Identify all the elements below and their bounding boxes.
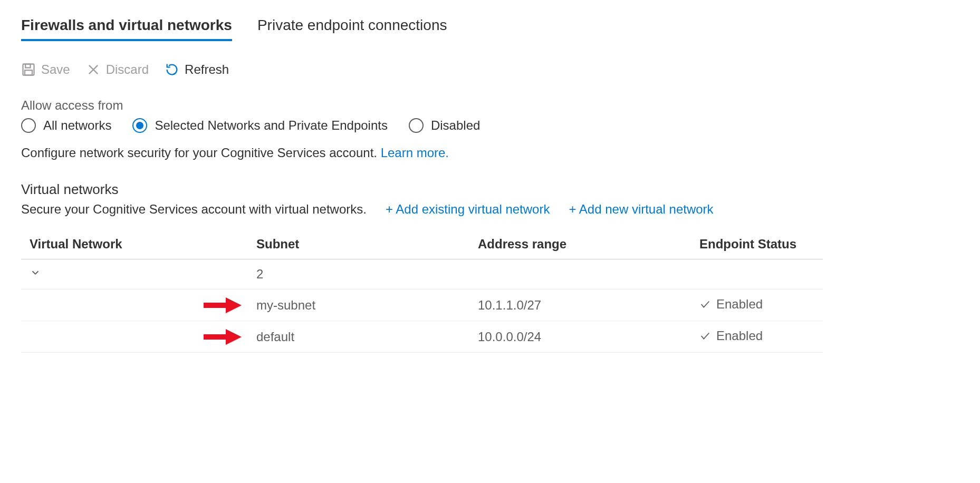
col-virtual-network: Virtual Network [21, 229, 248, 259]
radio-selected-networks[interactable]: Selected Networks and Private Endpoints [132, 118, 388, 133]
add-existing-vnet-link[interactable]: + Add existing virtual network [386, 202, 550, 217]
svg-rect-7 [204, 334, 226, 340]
virtual-networks-title: Virtual networks [21, 181, 959, 198]
address-range: 10.1.1.0/27 [469, 289, 691, 321]
add-new-vnet-link[interactable]: + Add new virtual network [569, 202, 713, 217]
endpoint-status: Enabled [699, 297, 763, 312]
access-radio-group: All networks Selected Networks and Priva… [21, 118, 959, 133]
annotation-arrow-icon [204, 329, 242, 345]
col-endpoint-status: Endpoint Status [691, 229, 823, 259]
endpoint-status-text: Enabled [716, 329, 763, 343]
table-row: my-subnet 10.1.1.0/27 Enabled [21, 289, 823, 321]
refresh-label: Refresh [185, 62, 229, 77]
access-description: Configure network security for your Cogn… [21, 146, 959, 160]
col-subnet: Subnet [248, 229, 469, 259]
endpoint-status: Enabled [699, 329, 763, 343]
checkmark-icon [699, 330, 711, 342]
learn-more-link[interactable]: Learn more. [381, 146, 449, 160]
radio-all-networks-label: All networks [43, 118, 111, 133]
save-button[interactable]: Save [21, 62, 70, 77]
endpoint-status-text: Enabled [716, 297, 763, 312]
toolbar: Save Discard Refresh [21, 62, 959, 77]
svg-marker-6 [226, 297, 242, 313]
table-header-row: Virtual Network Subnet Address range End… [21, 229, 823, 259]
virtual-networks-subheader: Secure your Cognitive Services account w… [21, 202, 959, 217]
radio-icon [21, 118, 36, 133]
radio-all-networks[interactable]: All networks [21, 118, 111, 133]
svg-rect-2 [25, 70, 32, 75]
radio-disabled-label: Disabled [431, 118, 480, 133]
chevron-down-icon[interactable] [30, 267, 41, 282]
radio-icon [409, 118, 424, 133]
virtual-networks-desc: Secure your Cognitive Services account w… [21, 202, 367, 217]
tabs: Firewalls and virtual networks Private e… [21, 17, 959, 41]
col-address-range: Address range [469, 229, 691, 259]
save-icon [21, 62, 36, 77]
svg-rect-1 [25, 64, 30, 68]
table-row: default 10.0.0.0/24 Enabled [21, 321, 823, 353]
radio-disabled[interactable]: Disabled [409, 118, 480, 133]
subnet-name: default [256, 330, 294, 344]
virtual-networks-table: Virtual Network Subnet Address range End… [21, 229, 823, 353]
close-icon [86, 62, 101, 77]
allow-access-label: Allow access from [21, 98, 959, 113]
group-subnet-count: 2 [248, 259, 469, 289]
discard-label: Discard [106, 62, 149, 77]
tab-private-endpoints[interactable]: Private endpoint connections [257, 17, 447, 41]
svg-rect-5 [204, 303, 226, 308]
refresh-icon [165, 62, 179, 77]
tab-firewalls[interactable]: Firewalls and virtual networks [21, 17, 232, 41]
vnet-group-row[interactable]: 2 [21, 259, 823, 289]
save-label: Save [41, 62, 70, 77]
svg-marker-8 [226, 329, 242, 345]
address-range: 10.0.0.0/24 [469, 321, 691, 353]
refresh-button[interactable]: Refresh [165, 62, 229, 77]
access-desc-text: Configure network security for your Cogn… [21, 146, 381, 160]
subnet-name: my-subnet [256, 298, 315, 313]
checkmark-icon [699, 298, 711, 310]
discard-button[interactable]: Discard [86, 62, 149, 77]
radio-selected-networks-label: Selected Networks and Private Endpoints [155, 118, 388, 133]
annotation-arrow-icon [204, 297, 242, 313]
radio-icon [132, 118, 147, 133]
